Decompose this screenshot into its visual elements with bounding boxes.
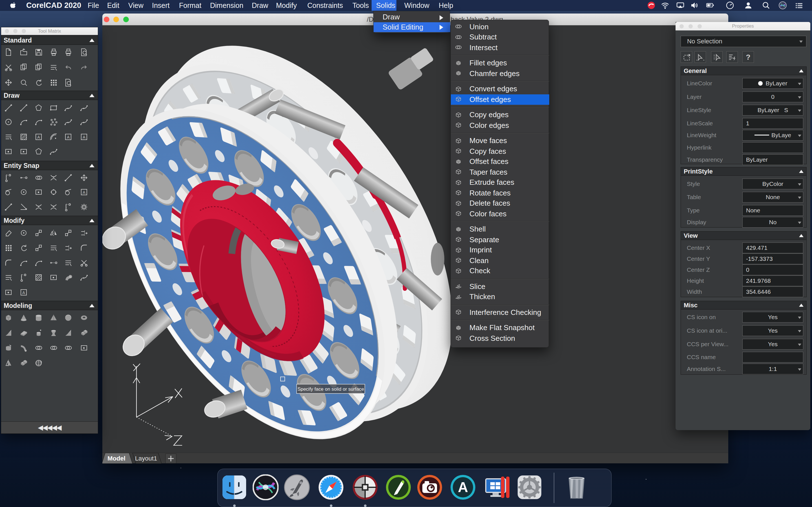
- svg-text:A: A: [458, 480, 468, 495]
- svg-text:?: ?: [746, 53, 750, 61]
- svg-text:Specify face on solid or surfa: Specify face on solid or surface: [297, 386, 364, 392]
- svg-text:Layout1: Layout1: [135, 455, 157, 462]
- svg-text:Model: Model: [107, 455, 125, 462]
